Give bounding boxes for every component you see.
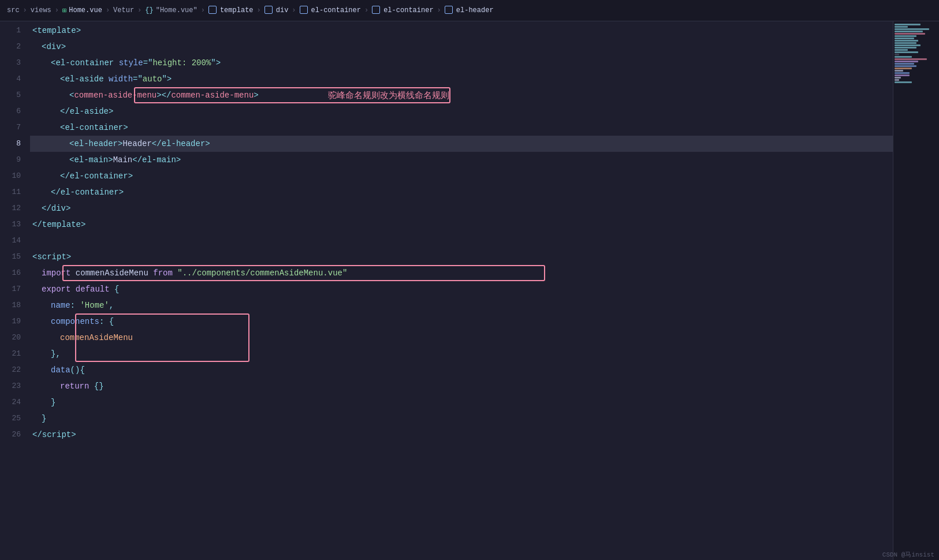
ln-2: 2: [5, 39, 21, 55]
ln-18: 18: [5, 297, 21, 313]
bc-box-icon-3: [300, 6, 308, 14]
code-line-19: components: {: [30, 313, 893, 330]
ln-10: 10: [5, 168, 21, 184]
code-line-13: </template>: [30, 216, 893, 233]
bc-sep-6: ›: [257, 6, 261, 14]
code-area: 1 2 3 4 5 6 7 8 9 10 11 12 13 14 15 16 1…: [0, 21, 939, 560]
code-line-5: <commen-aside-menu></commen-aside-menu> …: [30, 87, 893, 103]
status-bar: CSDN @马insist: [878, 549, 939, 560]
code-content[interactable]: <template> <div> <el-container style="he…: [30, 21, 893, 560]
ln-12: 12: [5, 200, 21, 216]
bc-box-icon-5: [445, 6, 453, 14]
bc-elcontainer1-label: el-container: [311, 6, 361, 14]
code-line-14: [30, 233, 893, 249]
bc-homevue: Home.vue: [69, 6, 102, 14]
code-line-9: <el-main>Main</el-main>: [30, 152, 893, 168]
code-line-1: <template>: [30, 23, 893, 39]
bc-sep-7: ›: [292, 6, 296, 14]
bc-box-icon-2: [264, 6, 273, 14]
ln-19: 19: [5, 313, 21, 330]
ln-8: 8: [5, 136, 21, 152]
ln-16: 16: [5, 265, 21, 281]
bc-sep-3: ›: [106, 6, 110, 14]
code-line-20: commenAsideMenu: [30, 330, 893, 346]
bc-vue-icon: ⊞: [62, 6, 66, 15]
code-line-4: <el-aside width="auto">: [30, 71, 893, 87]
code-line-10: </el-container>: [30, 168, 893, 184]
bc-sep-4: ›: [137, 6, 141, 14]
bc-template-label: template: [220, 6, 254, 14]
code-line-3: <el-container style="height: 200%">: [30, 55, 893, 71]
ln-9: 9: [5, 152, 21, 168]
ln-1: 1: [5, 23, 21, 39]
ln-17: 17: [5, 281, 21, 297]
ln-25: 25: [5, 410, 21, 427]
ln-26: 26: [5, 427, 21, 443]
code-line-21: },: [30, 346, 893, 362]
code-line-8: <el-header>Header</el-header>: [30, 136, 893, 152]
ln-3: 3: [5, 55, 21, 71]
status-text: CSDN @马insist: [882, 551, 934, 558]
code-line-15: <script>: [30, 249, 893, 265]
bc-sep-5: ›: [201, 6, 205, 14]
code-line-7: <el-container>: [30, 120, 893, 136]
breadcrumb: src › views › ⊞ Home.vue › Vetur › {} "H…: [0, 0, 939, 21]
code-line-26: </script>: [30, 427, 893, 443]
bc-div-label: div: [276, 6, 289, 14]
ln-7: 7: [5, 120, 21, 136]
ln-6: 6: [5, 103, 21, 120]
code-line-22: data(){: [30, 362, 893, 378]
code-line-16: import commenAsideMenu from "../componen…: [30, 265, 893, 281]
bc-src: src: [7, 6, 20, 14]
bc-sep-9: ›: [437, 6, 441, 14]
ln-11: 11: [5, 184, 21, 200]
bc-vetur: Vetur: [113, 6, 134, 14]
bc-elheader-label: el-header: [456, 6, 494, 14]
bc-sep-1: ›: [23, 6, 27, 14]
line-numbers: 1 2 3 4 5 6 7 8 9 10 11 12 13 14 15 16 1…: [0, 21, 30, 560]
bc-curly: {}: [145, 6, 153, 14]
code-line-17: export default {: [30, 281, 893, 297]
ln-20: 20: [5, 330, 21, 346]
minimap: [893, 21, 939, 560]
bc-views: views: [31, 6, 51, 14]
code-line-11: </el-container>: [30, 184, 893, 200]
code-line-2: <div>: [30, 39, 893, 55]
code-line-12: </div>: [30, 200, 893, 216]
code-line-6: </el-aside>: [30, 103, 893, 120]
ln-24: 24: [5, 394, 21, 410]
bc-box-icon-1: [208, 6, 217, 14]
ln-22: 22: [5, 362, 21, 378]
ln-13: 13: [5, 216, 21, 233]
ln-4: 4: [5, 71, 21, 87]
ln-5: 5: [5, 87, 21, 103]
code-line-18: name: 'Home',: [30, 297, 893, 313]
ln-21: 21: [5, 346, 21, 362]
bc-box-icon-4: [372, 6, 380, 14]
ln-14: 14: [5, 233, 21, 249]
annotation-camel-case: 驼峰命名规则改为横线命名规则: [328, 87, 449, 103]
code-line-24: }: [30, 394, 893, 410]
bc-sep-8: ›: [364, 6, 368, 14]
bc-homevue-label: "Home.vue": [156, 6, 198, 14]
bc-elcontainer2-label: el-container: [383, 6, 433, 14]
ln-15: 15: [5, 249, 21, 265]
code-line-23: return {}: [30, 378, 893, 394]
ln-23: 23: [5, 378, 21, 394]
bc-sep-2: ›: [55, 6, 59, 14]
code-line-25: }: [30, 410, 893, 427]
